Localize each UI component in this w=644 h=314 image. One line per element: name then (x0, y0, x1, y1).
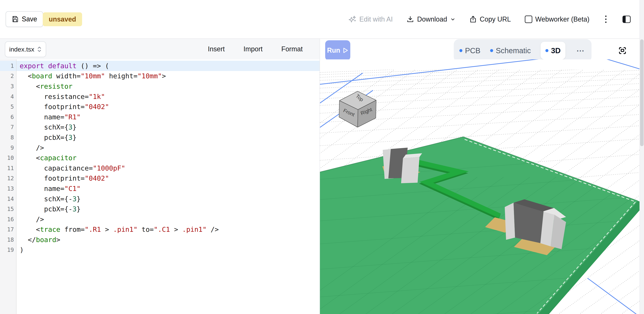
import-button[interactable]: Import (244, 45, 262, 53)
toggle-panel-button[interactable] (622, 15, 631, 23)
webworker-checkbox[interactable] (525, 15, 532, 23)
edit-with-ai-label: Edit with AI (359, 15, 393, 23)
tabs-more-button[interactable]: ⋯ (575, 46, 586, 55)
webworker-toggle[interactable]: Webworker (Beta) (525, 15, 590, 23)
code-line[interactable]: 13 name="C1" (0, 183, 320, 194)
view-tabs: PCB Schematic 3D ⋯ (454, 39, 592, 62)
code-line[interactable]: 17 <trace from=".R1 > .pin1" to=".C1 > .… (0, 224, 320, 235)
editor-toolbar-links: Insert Import Format (208, 39, 303, 59)
3d-viewport[interactable]: Top Front Right (320, 59, 640, 314)
line-number: 4 (0, 91, 16, 102)
line-number: 6 (0, 112, 16, 122)
line-number: 2 (0, 71, 16, 81)
tab-pcb[interactable]: PCB (460, 46, 480, 55)
line-number: 17 (0, 224, 16, 235)
line-number: 14 (0, 194, 16, 204)
pcb-board-top[interactable] (320, 137, 638, 314)
save-icon (12, 15, 19, 23)
tab-schematic[interactable]: Schematic (490, 46, 531, 55)
pcb-dot-icon (460, 49, 462, 52)
unsaved-status-badge: unsaved (43, 12, 82, 26)
tscircuit-editor-app: Save unsaved Edit with AI (0, 0, 644, 314)
code-line[interactable]: 6 name="R1" (0, 112, 320, 122)
copy-url-label: Copy URL (480, 15, 511, 23)
code-line[interactable]: 12 footprint="0402" (0, 173, 320, 184)
edit-with-ai-button[interactable]: Edit with AI (348, 15, 393, 23)
code-line[interactable]: 4 resistance="1k" (0, 91, 320, 102)
code-line[interactable]: 16 /> (0, 214, 320, 224)
line-number: 3 (0, 81, 16, 91)
code-line[interactable]: 3 <resistor (0, 81, 320, 91)
copy-url-button[interactable]: Copy URL (469, 15, 511, 23)
tab-3d[interactable]: 3D (540, 42, 566, 59)
select-chevrons-icon (37, 46, 42, 52)
sidebar-panel-icon (622, 15, 631, 23)
format-button[interactable]: Format (281, 45, 303, 53)
line-number: 16 (0, 214, 16, 224)
line-number: 7 (0, 122, 16, 132)
line-number: 15 (0, 204, 16, 214)
line-number: 5 (0, 101, 16, 112)
code-line[interactable]: 19) (0, 245, 320, 255)
save-label: Save (22, 15, 37, 23)
insert-button[interactable]: Insert (208, 45, 225, 53)
schematic-dot-icon (490, 49, 493, 52)
code-line[interactable]: 10 <capacitor (0, 153, 320, 163)
code-line[interactable]: 11 capacitance="1000pF" (0, 163, 320, 173)
line-number: 13 (0, 183, 16, 194)
tab-pcb-label: PCB (465, 46, 480, 55)
tab-3d-label: 3D (551, 46, 560, 55)
download-label: Download (417, 15, 447, 23)
code-lines: 1export default () => (2 <board width="1… (0, 61, 320, 255)
line-number: 19 (0, 245, 16, 255)
code-line[interactable]: 14 schX={-3} (0, 194, 320, 204)
tab-schematic-label: Schematic (496, 46, 531, 55)
fit-view-button[interactable] (617, 45, 628, 56)
chip-end-cap (401, 157, 420, 183)
fullscreen-icon (617, 45, 628, 56)
scrollbar-thumb[interactable] (640, 39, 644, 146)
chip-end-cap (505, 203, 515, 240)
share-icon (469, 15, 477, 23)
line-number: 11 (0, 163, 16, 173)
code-line[interactable]: 1export default () => ( (0, 61, 320, 71)
code-line[interactable]: 18 </board> (0, 235, 320, 245)
run-label: Run (327, 46, 340, 54)
line-number: 1 (0, 61, 16, 71)
code-line[interactable]: 5 footprint="0402" (0, 101, 320, 112)
orientation-cube[interactable]: Top Front Right (339, 91, 376, 127)
window-scrollbar[interactable] (640, 0, 644, 314)
preview-toolbar: Run PCB Schematic 3D ⋯ (320, 39, 640, 59)
line-number: 10 (0, 153, 16, 163)
save-button[interactable]: Save (6, 11, 43, 27)
code-line[interactable]: 15 pcbX={-3} (0, 204, 320, 214)
line-number: 8 (0, 132, 16, 143)
line-number: 12 (0, 173, 16, 184)
code-line[interactable]: 9 /> (0, 143, 320, 153)
3d-scene-svg: Top Front Right (320, 59, 640, 314)
more-options-button[interactable] (603, 14, 608, 24)
code-line[interactable]: 2 <board width="10mm" height="10mm"> (0, 71, 320, 81)
3d-dot-icon (546, 49, 548, 52)
header: Save unsaved Edit with AI (0, 0, 644, 39)
download-button[interactable]: Download (406, 15, 455, 23)
sparkles-icon (348, 15, 356, 23)
code-line[interactable]: 7 schX={3} (0, 122, 320, 132)
line-number: 9 (0, 143, 16, 153)
code-line[interactable]: 8 pcbX={3} (0, 132, 320, 143)
editor-toolbar: index.tsx Insert Import Format (0, 39, 320, 60)
line-number: 18 (0, 235, 16, 245)
file-name: index.tsx (9, 46, 34, 53)
header-actions: Edit with AI Download (348, 0, 631, 38)
chevron-down-icon (450, 17, 456, 22)
webworker-label: Webworker (Beta) (535, 15, 590, 23)
code-editor[interactable]: 1export default () => (2 <board width="1… (0, 59, 320, 314)
download-icon (406, 15, 414, 23)
play-icon (343, 47, 348, 53)
run-button[interactable]: Run (325, 40, 350, 60)
file-select[interactable]: index.tsx (5, 41, 46, 57)
